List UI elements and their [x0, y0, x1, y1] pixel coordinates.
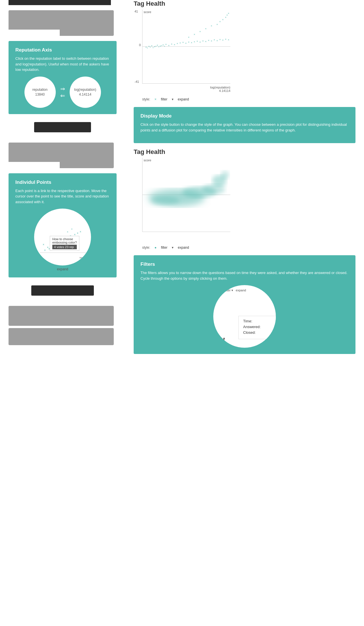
svg-text:×: ×: [219, 38, 221, 41]
filters-circle: le: × filter ▾ expand Time: 12 hours: [213, 285, 276, 348]
svg-text:×: ×: [208, 39, 209, 42]
axis-x-1: log(reputation) 4.14114: [210, 86, 230, 92]
svg-text:×: ×: [205, 40, 206, 43]
svg-text:×: ×: [228, 38, 229, 41]
filter-label-1[interactable]: filter: [161, 97, 167, 101]
tag-health-2-chart: 41 score 0 -41 log(reputation) 4.14114: [142, 158, 230, 232]
style-dot-2[interactable]: ●: [154, 246, 156, 250]
filter-style-symbol[interactable]: ×: [220, 289, 222, 292]
tag-health-2-section: Tag Health 41 score 0 -41 log(reputation…: [134, 148, 355, 250]
svg-text:×: ×: [219, 20, 221, 23]
svg-text:×: ×: [158, 46, 160, 48]
svg-text:×: ×: [164, 45, 165, 48]
svg-text:×: ×: [185, 42, 187, 45]
svg-text:×: ×: [155, 45, 157, 48]
svg-text:×: ×: [165, 43, 167, 46]
svg-text:×: ×: [216, 39, 218, 42]
expand-link-2[interactable]: expand: [178, 246, 189, 250]
svg-text:×: ×: [188, 41, 189, 44]
answered-label: Answered:: [243, 325, 260, 329]
filter-expand-link[interactable]: expand: [236, 289, 246, 292]
partial-label: elat: [216, 337, 225, 343]
chart-controls-2: style: ● filter ▾ expand: [142, 246, 355, 250]
svg-text:×: ×: [205, 27, 206, 30]
svg-text:×: ×: [177, 42, 178, 45]
svg-text:×: ×: [225, 38, 226, 41]
gray-block-4: [9, 328, 114, 345]
svg-text:×: ×: [168, 44, 169, 47]
tooltip-title: How to chooseembossing color?: [52, 237, 77, 244]
filter-filter-label[interactable]: filter: [225, 289, 231, 292]
svg-point-71: [151, 196, 179, 205]
svg-text:×: ×: [152, 46, 154, 49]
svg-text:×: ×: [147, 47, 148, 49]
filter-filter-arrow[interactable]: ▾: [231, 289, 233, 292]
filters-controls: le: × filter ▾ expand: [213, 285, 276, 293]
filter-style-label: le:: [216, 289, 220, 292]
filter-arrow-2[interactable]: ▾: [172, 246, 173, 250]
svg-text:×: ×: [80, 230, 81, 233]
display-mode-description: Click on the style button to change the …: [140, 122, 349, 133]
reputation-axis-description: Click on the reputation label to switch …: [15, 56, 110, 73]
individul-points-box: Individul Points Each point is a link to…: [9, 173, 117, 278]
svg-text:×: ×: [174, 43, 175, 46]
dark-button-1[interactable]: [34, 122, 91, 132]
filters-box: Filters The filters allows you to narrow…: [134, 255, 355, 354]
tag-health-1-section: Tag Health 41 score 0 -41 log(reputation…: [134, 0, 355, 101]
svg-text:×: ×: [228, 12, 229, 15]
filters-title: Filters: [140, 261, 349, 267]
filter-row-time: Time: 12 hours: [243, 319, 276, 323]
closed-label: Closed:: [243, 330, 256, 335]
svg-text:×: ×: [216, 23, 218, 26]
svg-text:×: ×: [211, 40, 212, 42]
svg-text:×: ×: [194, 33, 195, 36]
dark-bar-top: [9, 0, 111, 5]
svg-text:×: ×: [197, 40, 198, 43]
svg-text:×: ×: [179, 42, 181, 44]
display-mode-title: Display Mode: [140, 113, 349, 119]
points-chart-circle: × × × × × × × × × × × × ×: [34, 209, 91, 265]
tag-health-2-title: Tag Health: [134, 148, 355, 156]
filter-label-2[interactable]: filter: [161, 246, 167, 250]
svg-text:×: ×: [194, 40, 195, 43]
svg-text:×: ×: [182, 41, 184, 44]
dark-button-2[interactable]: [31, 285, 94, 296]
diffusion-svg: [142, 158, 230, 232]
filters-inner: le: × filter ▾ expand Time: 12 hours: [213, 285, 276, 348]
svg-text:×: ×: [191, 41, 192, 44]
individul-points-description: Each point is a link to the respective q…: [15, 188, 110, 205]
reputation-circle-left[interactable]: reputation 13840: [24, 77, 56, 108]
answered-value[interactable]: Unanswered: [274, 325, 276, 329]
svg-text:×: ×: [44, 249, 46, 252]
gray-block-3: [9, 306, 114, 326]
filter-panel: Time: 12 hours Answered: Unanswered Clos…: [238, 316, 276, 339]
reputation-circle-right[interactable]: log(reputation) 4.14114: [70, 77, 101, 108]
axis-y-top-1: 41: [135, 10, 138, 13]
filters-description: The filters allows you to narrow down th…: [140, 270, 349, 281]
svg-text:×: ×: [199, 30, 201, 33]
svg-text:×: ×: [150, 46, 151, 48]
expand-link-1[interactable]: expand: [178, 97, 189, 101]
svg-text:×: ×: [214, 38, 215, 41]
precision-scatter-svg: × × × × × × × × × × × × × × ×: [142, 10, 230, 83]
point-tooltip: How to chooseembossing color? 4 votes 23…: [50, 236, 79, 251]
svg-text:×: ×: [77, 232, 78, 235]
gray-block-1: [9, 10, 114, 36]
svg-text:×: ×: [171, 43, 172, 46]
svg-text:×: ×: [43, 243, 44, 246]
style-label-1: style:: [142, 97, 150, 101]
time-label: Time:: [243, 319, 252, 323]
gray-block-2: [9, 143, 114, 168]
style-symbol-1[interactable]: ×: [154, 97, 156, 101]
svg-text:×: ×: [71, 228, 73, 230]
svg-text:4.14114: 4.14114: [80, 259, 88, 261]
svg-text:×: ×: [67, 230, 68, 233]
tag-health-1-title: Tag Health: [134, 0, 355, 7]
svg-text:×: ×: [161, 44, 162, 47]
individul-points-circle: × × × × × × × × × × × × ×: [15, 209, 110, 271]
style-label-2: style:: [142, 246, 150, 250]
filter-arrow-1[interactable]: ▾: [172, 97, 173, 101]
reputation-axis-title: Reputation Axis: [15, 47, 110, 53]
chart-controls-1: style: × filter ▾ expand: [142, 97, 355, 101]
tooltip-votes: 4 votes 23 rep: [52, 245, 77, 249]
